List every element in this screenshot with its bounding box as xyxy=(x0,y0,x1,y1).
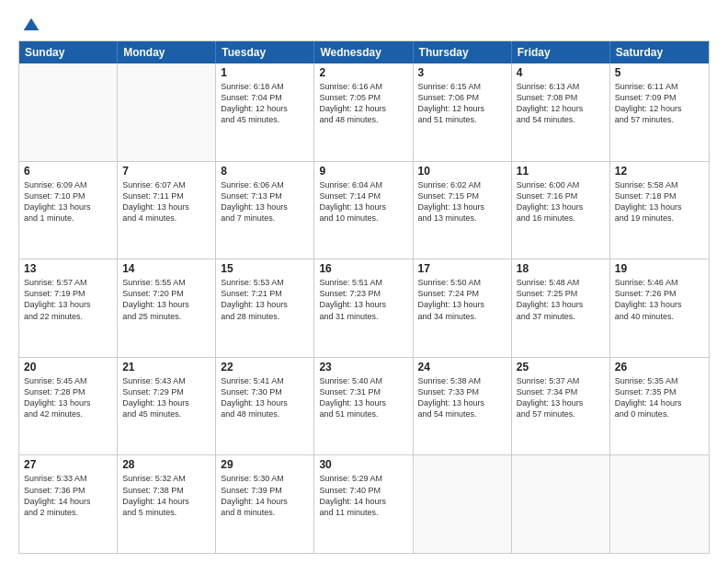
header-day-sunday: Sunday xyxy=(19,41,118,63)
cell-details: Sunrise: 5:48 AM Sunset: 7:25 PM Dayligh… xyxy=(517,277,605,322)
day-number: 11 xyxy=(517,165,605,178)
cell-details: Sunrise: 5:30 AM Sunset: 7:39 PM Dayligh… xyxy=(221,473,309,518)
cal-cell-day-27: 27Sunrise: 5:33 AM Sunset: 7:36 PM Dayli… xyxy=(19,455,118,553)
day-number: 27 xyxy=(24,458,112,471)
cell-details: Sunrise: 5:46 AM Sunset: 7:26 PM Dayligh… xyxy=(615,277,704,322)
day-number: 17 xyxy=(418,262,506,275)
cell-details: Sunrise: 5:32 AM Sunset: 7:38 PM Dayligh… xyxy=(122,473,210,518)
day-number: 8 xyxy=(221,165,309,178)
cell-details: Sunrise: 5:35 AM Sunset: 7:35 PM Dayligh… xyxy=(615,375,704,420)
calendar-row-1: 1Sunrise: 6:18 AM Sunset: 7:04 PM Daylig… xyxy=(19,63,709,161)
day-number: 20 xyxy=(24,361,112,373)
cal-cell-day-10: 10Sunrise: 6:02 AM Sunset: 7:15 PM Dayli… xyxy=(414,162,512,259)
cell-details: Sunrise: 6:04 AM Sunset: 7:14 PM Dayligh… xyxy=(319,179,407,224)
cell-details: Sunrise: 5:33 AM Sunset: 7:36 PM Dayligh… xyxy=(24,473,112,518)
day-number: 14 xyxy=(122,262,210,275)
cal-cell-day-8: 8Sunrise: 6:06 AM Sunset: 7:13 PM Daylig… xyxy=(216,162,314,259)
cell-details: Sunrise: 5:38 AM Sunset: 7:33 PM Dayligh… xyxy=(418,375,506,420)
cell-details: Sunrise: 5:51 AM Sunset: 7:23 PM Dayligh… xyxy=(319,277,407,322)
header-day-monday: Monday xyxy=(118,41,216,63)
cell-details: Sunrise: 6:13 AM Sunset: 7:08 PM Dayligh… xyxy=(517,81,605,126)
page: SundayMondayTuesdayWednesdayThursdayFrid… xyxy=(0,0,728,563)
cal-cell-empty xyxy=(118,63,216,161)
cell-details: Sunrise: 5:43 AM Sunset: 7:29 PM Dayligh… xyxy=(122,375,210,420)
cal-cell-day-5: 5Sunrise: 6:11 AM Sunset: 7:09 PM Daylig… xyxy=(610,63,709,161)
cell-details: Sunrise: 6:09 AM Sunset: 7:10 PM Dayligh… xyxy=(24,179,112,224)
calendar-body: 1Sunrise: 6:18 AM Sunset: 7:04 PM Daylig… xyxy=(19,63,709,553)
cell-details: Sunrise: 6:18 AM Sunset: 7:04 PM Dayligh… xyxy=(221,81,309,126)
header-day-tuesday: Tuesday xyxy=(216,41,314,63)
day-number: 18 xyxy=(517,262,605,275)
cell-details: Sunrise: 6:07 AM Sunset: 7:11 PM Dayligh… xyxy=(122,179,210,224)
day-number: 25 xyxy=(517,361,605,373)
day-number: 19 xyxy=(615,262,704,275)
cal-cell-day-22: 22Sunrise: 5:41 AM Sunset: 7:30 PM Dayli… xyxy=(216,358,314,455)
day-number: 3 xyxy=(418,66,506,79)
cell-details: Sunrise: 5:37 AM Sunset: 7:34 PM Dayligh… xyxy=(517,375,605,420)
day-number: 22 xyxy=(221,361,309,373)
day-number: 30 xyxy=(319,458,407,471)
cell-details: Sunrise: 5:55 AM Sunset: 7:20 PM Dayligh… xyxy=(122,277,210,322)
cal-cell-day-6: 6Sunrise: 6:09 AM Sunset: 7:10 PM Daylig… xyxy=(19,162,118,259)
header-day-saturday: Saturday xyxy=(610,41,709,63)
day-number: 16 xyxy=(319,262,407,275)
calendar-row-2: 6Sunrise: 6:09 AM Sunset: 7:10 PM Daylig… xyxy=(19,161,709,259)
cal-cell-empty xyxy=(19,63,118,161)
day-number: 5 xyxy=(615,66,704,79)
cell-details: Sunrise: 6:15 AM Sunset: 7:06 PM Dayligh… xyxy=(418,81,506,126)
cal-cell-day-9: 9Sunrise: 6:04 AM Sunset: 7:14 PM Daylig… xyxy=(314,162,413,259)
cal-cell-day-26: 26Sunrise: 5:35 AM Sunset: 7:35 PM Dayli… xyxy=(610,358,709,455)
calendar-header: SundayMondayTuesdayWednesdayThursdayFrid… xyxy=(19,41,709,63)
day-number: 26 xyxy=(615,361,704,373)
day-number: 7 xyxy=(122,165,210,178)
cell-details: Sunrise: 6:02 AM Sunset: 7:15 PM Dayligh… xyxy=(418,179,506,224)
cal-cell-empty xyxy=(414,455,512,553)
cal-cell-day-18: 18Sunrise: 5:48 AM Sunset: 7:25 PM Dayli… xyxy=(512,259,610,357)
cal-cell-day-21: 21Sunrise: 5:43 AM Sunset: 7:29 PM Dayli… xyxy=(118,358,216,455)
logo-icon xyxy=(22,17,40,35)
day-number: 12 xyxy=(615,165,704,178)
day-number: 2 xyxy=(319,66,407,79)
cell-details: Sunrise: 5:57 AM Sunset: 7:19 PM Dayligh… xyxy=(24,277,112,322)
day-number: 15 xyxy=(221,262,309,275)
cal-cell-empty xyxy=(512,455,610,553)
day-number: 4 xyxy=(517,66,605,79)
day-number: 21 xyxy=(122,361,210,373)
header-day-friday: Friday xyxy=(512,41,610,63)
cell-details: Sunrise: 5:50 AM Sunset: 7:24 PM Dayligh… xyxy=(418,277,506,322)
day-number: 28 xyxy=(122,458,210,471)
day-number: 6 xyxy=(24,165,112,178)
cal-cell-day-4: 4Sunrise: 6:13 AM Sunset: 7:08 PM Daylig… xyxy=(512,63,610,161)
cal-cell-day-20: 20Sunrise: 5:45 AM Sunset: 7:28 PM Dayli… xyxy=(19,358,118,455)
cell-details: Sunrise: 6:16 AM Sunset: 7:05 PM Dayligh… xyxy=(319,81,407,126)
cell-details: Sunrise: 6:00 AM Sunset: 7:16 PM Dayligh… xyxy=(517,179,605,224)
cell-details: Sunrise: 5:58 AM Sunset: 7:18 PM Dayligh… xyxy=(615,179,704,224)
cell-details: Sunrise: 5:45 AM Sunset: 7:28 PM Dayligh… xyxy=(24,375,112,420)
cal-cell-day-30: 30Sunrise: 5:29 AM Sunset: 7:40 PM Dayli… xyxy=(314,455,413,553)
day-number: 23 xyxy=(319,361,407,373)
cal-cell-day-23: 23Sunrise: 5:40 AM Sunset: 7:31 PM Dayli… xyxy=(314,358,413,455)
cell-details: Sunrise: 6:11 AM Sunset: 7:09 PM Dayligh… xyxy=(615,81,704,126)
calendar-row-5: 27Sunrise: 5:33 AM Sunset: 7:36 PM Dayli… xyxy=(19,454,709,553)
logo xyxy=(18,17,40,31)
cal-cell-day-12: 12Sunrise: 5:58 AM Sunset: 7:18 PM Dayli… xyxy=(610,162,709,259)
cal-cell-day-2: 2Sunrise: 6:16 AM Sunset: 7:05 PM Daylig… xyxy=(314,63,413,161)
cal-cell-day-14: 14Sunrise: 5:55 AM Sunset: 7:20 PM Dayli… xyxy=(118,259,216,357)
cell-details: Sunrise: 5:53 AM Sunset: 7:21 PM Dayligh… xyxy=(221,277,309,322)
header xyxy=(18,17,710,31)
cal-cell-day-13: 13Sunrise: 5:57 AM Sunset: 7:19 PM Dayli… xyxy=(19,259,118,357)
header-day-wednesday: Wednesday xyxy=(314,41,413,63)
cal-cell-empty xyxy=(610,455,709,553)
cal-cell-day-25: 25Sunrise: 5:37 AM Sunset: 7:34 PM Dayli… xyxy=(512,358,610,455)
day-number: 1 xyxy=(221,66,309,79)
cell-details: Sunrise: 6:06 AM Sunset: 7:13 PM Dayligh… xyxy=(221,179,309,224)
cell-details: Sunrise: 5:41 AM Sunset: 7:30 PM Dayligh… xyxy=(221,375,309,420)
cal-cell-day-15: 15Sunrise: 5:53 AM Sunset: 7:21 PM Dayli… xyxy=(216,259,314,357)
cal-cell-day-17: 17Sunrise: 5:50 AM Sunset: 7:24 PM Dayli… xyxy=(414,259,512,357)
day-number: 13 xyxy=(24,262,112,275)
cal-cell-day-29: 29Sunrise: 5:30 AM Sunset: 7:39 PM Dayli… xyxy=(216,455,314,553)
cal-cell-day-24: 24Sunrise: 5:38 AM Sunset: 7:33 PM Dayli… xyxy=(414,358,512,455)
cal-cell-day-19: 19Sunrise: 5:46 AM Sunset: 7:26 PM Dayli… xyxy=(610,259,709,357)
cal-cell-day-16: 16Sunrise: 5:51 AM Sunset: 7:23 PM Dayli… xyxy=(314,259,413,357)
day-number: 9 xyxy=(319,165,407,178)
